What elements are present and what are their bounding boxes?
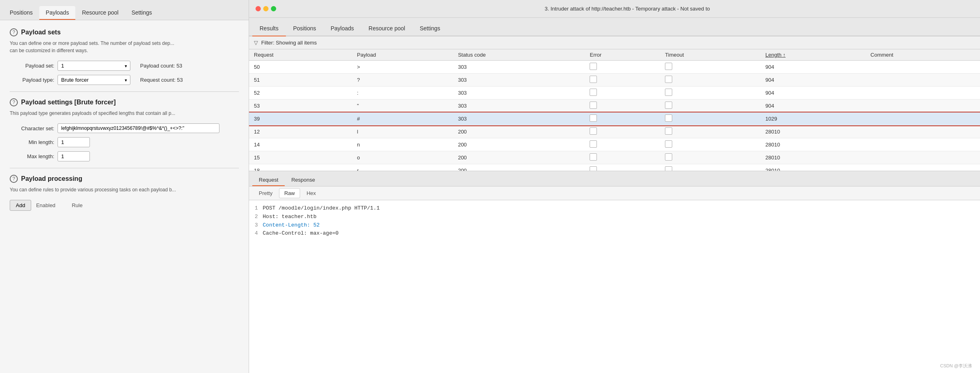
cell-comment (866, 151, 980, 164)
col-error[interactable]: Error (585, 49, 660, 61)
cell-timeout-checkbox[interactable] (665, 166, 672, 171)
payload-processing-desc: You can define rules to provide various … (10, 186, 239, 193)
cell-request: 18 (249, 164, 352, 171)
traffic-lights (256, 6, 276, 11)
col-status-code[interactable]: Status code (453, 49, 585, 61)
table-row[interactable]: 52:303904 (249, 87, 980, 100)
cell-length: 904 (761, 100, 866, 112)
cell-payload: l (352, 125, 453, 138)
min-length-input[interactable] (58, 137, 90, 147)
filter-bar[interactable]: ▽ Filter: Showing all items (249, 36, 980, 49)
cell-error[interactable] (585, 138, 660, 151)
charset-label: Character set: (10, 125, 54, 131)
cell-length: 28010 (761, 151, 866, 164)
cell-error[interactable] (585, 164, 660, 171)
cell-error[interactable] (585, 87, 660, 100)
minimize-button[interactable] (263, 6, 268, 11)
sub-tab-raw[interactable]: Raw (279, 188, 300, 198)
cell-timeout-checkbox[interactable] (665, 63, 672, 70)
cell-timeout-checkbox[interactable] (665, 127, 672, 135)
charset-input[interactable] (58, 123, 219, 133)
line-text: Host: teacher.htb (263, 213, 317, 221)
table-row[interactable]: 53"303904 (249, 100, 980, 112)
cell-timeout[interactable] (660, 138, 761, 151)
cell-error-checkbox[interactable] (590, 89, 597, 96)
table-row[interactable]: 12l20028010 (249, 125, 980, 138)
left-panel: Positions Payloads Resource pool Setting… (0, 0, 249, 373)
cell-length: 28010 (761, 125, 866, 138)
sub-tab-bar: Pretty Raw Hex (249, 186, 980, 200)
table-row[interactable]: 15o20028010 (249, 151, 980, 164)
maximize-button[interactable] (271, 6, 276, 11)
cell-error[interactable] (585, 112, 660, 125)
cell-error[interactable] (585, 61, 660, 74)
cell-timeout[interactable] (660, 87, 761, 100)
tab-positions[interactable]: Positions (3, 6, 39, 20)
max-length-input[interactable] (58, 151, 90, 161)
cell-timeout-checkbox[interactable] (665, 153, 672, 161)
table-row[interactable]: 50>303904 (249, 61, 980, 74)
cell-error-checkbox[interactable] (590, 140, 597, 148)
cell-error-checkbox[interactable] (590, 114, 597, 122)
payload-type-select[interactable]: Brute forcer (58, 75, 130, 85)
sub-tab-hex[interactable]: Hex (302, 189, 321, 198)
cell-error-checkbox[interactable] (590, 166, 597, 171)
cell-error-checkbox[interactable] (590, 153, 597, 161)
cell-payload: : (352, 87, 453, 100)
cell-timeout[interactable] (660, 125, 761, 138)
tab-right-resource-pool[interactable]: Resource pool (361, 22, 412, 36)
cell-timeout[interactable] (660, 112, 761, 125)
tab-settings[interactable]: Settings (125, 6, 159, 20)
col-comment[interactable]: Comment (866, 49, 980, 61)
tab-request[interactable]: Request (252, 174, 285, 186)
table-row[interactable]: 14n20028010 (249, 138, 980, 151)
payload-set-select[interactable]: 1 (58, 61, 130, 71)
cell-error-checkbox[interactable] (590, 127, 597, 135)
tab-right-positions[interactable]: Positions (286, 22, 324, 36)
col-request[interactable]: Request (249, 49, 352, 61)
table-row[interactable]: 18r20028010 (249, 164, 980, 171)
cell-timeout[interactable] (660, 74, 761, 87)
payload-settings-desc: This payload type generates payloads of … (10, 110, 239, 117)
processing-table-header: Enabled Rule (36, 202, 83, 208)
table-row[interactable]: 51?303904 (249, 74, 980, 87)
add-rule-button[interactable]: Add (10, 200, 31, 211)
tab-payloads[interactable]: Payloads (39, 6, 76, 20)
cell-timeout[interactable] (660, 61, 761, 74)
tab-right-payloads[interactable]: Payloads (324, 22, 362, 36)
table-row[interactable]: 39#3031029 (249, 112, 980, 125)
cell-timeout-checkbox[interactable] (665, 114, 672, 122)
cell-error[interactable] (585, 74, 660, 87)
sub-tab-pretty[interactable]: Pretty (254, 189, 277, 198)
cell-timeout[interactable] (660, 151, 761, 164)
cell-timeout-checkbox[interactable] (665, 140, 672, 148)
tab-response[interactable]: Response (285, 174, 322, 186)
results-table-container[interactable]: Request Payload Status code Error Timeou… (249, 49, 980, 171)
cell-error-checkbox[interactable] (590, 76, 597, 83)
cell-timeout[interactable] (660, 164, 761, 171)
code-line: 1POST /moodle/login/index.php HTTP/1.1 (255, 204, 974, 213)
cell-error[interactable] (585, 151, 660, 164)
col-length[interactable]: Length ↑ (761, 49, 866, 61)
cell-payload: ? (352, 74, 453, 87)
tab-results[interactable]: Results (252, 22, 286, 36)
cell-timeout-checkbox[interactable] (665, 89, 672, 96)
col-payload[interactable]: Payload (352, 49, 453, 61)
payload-processing-title: Payload processing (21, 175, 82, 182)
tab-right-settings[interactable]: Settings (412, 22, 447, 36)
cell-timeout-checkbox[interactable] (665, 102, 672, 109)
cell-status: 303 (453, 100, 585, 112)
tab-resource-pool[interactable]: Resource pool (75, 6, 125, 20)
close-button[interactable] (256, 6, 261, 11)
cell-timeout[interactable] (660, 100, 761, 112)
cell-error[interactable] (585, 125, 660, 138)
cell-error-checkbox[interactable] (590, 63, 597, 70)
cell-error-checkbox[interactable] (590, 102, 597, 109)
code-line: 2Host: teacher.htb (255, 213, 974, 221)
payload-sets-icon: ? (10, 28, 18, 36)
cell-error[interactable] (585, 100, 660, 112)
cell-payload: n (352, 138, 453, 151)
cell-length: 1029 (761, 112, 866, 125)
cell-timeout-checkbox[interactable] (665, 76, 672, 83)
col-timeout[interactable]: Timeout (660, 49, 761, 61)
